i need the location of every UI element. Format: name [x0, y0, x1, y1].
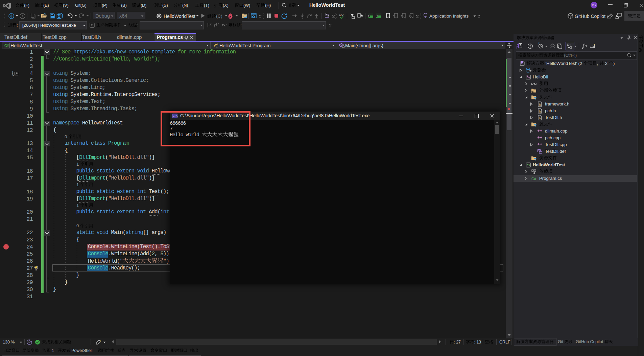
- svg-text:C#: C#: [527, 164, 530, 167]
- svg-text:h: h: [539, 103, 541, 106]
- svg-text:C#: C#: [531, 177, 536, 181]
- svg-text:h: h: [539, 110, 541, 113]
- svg-text:C#: C#: [4, 44, 9, 48]
- svg-text:h: h: [539, 116, 541, 120]
